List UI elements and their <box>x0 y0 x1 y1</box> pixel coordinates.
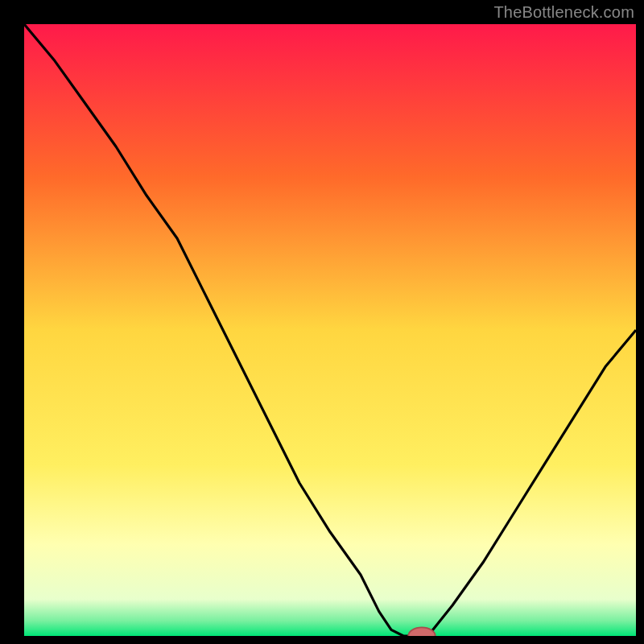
attribution-text: TheBottleneck.com <box>493 3 634 22</box>
chart-container: TheBottleneck.com <box>0 0 644 644</box>
gradient-background <box>24 24 636 636</box>
plot-area <box>24 24 636 636</box>
chart-svg <box>24 24 636 636</box>
